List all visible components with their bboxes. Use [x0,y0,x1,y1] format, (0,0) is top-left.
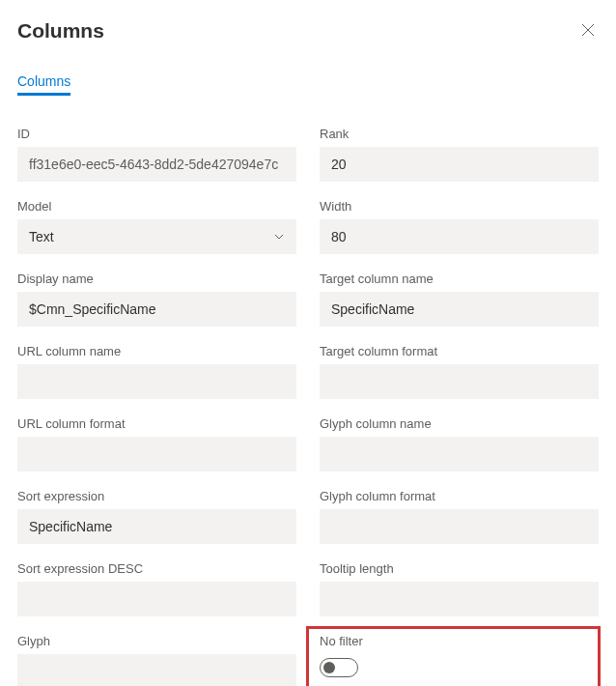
target-column-format-field[interactable] [320,364,599,399]
glyph-column-name-field[interactable] [320,437,599,472]
chevron-down-icon [273,231,285,243]
id-label: ID [17,127,296,141]
sort-expression-desc-label: Sort expression DESC [17,561,296,576]
target-column-format-label: Target column format [320,344,599,358]
tooltip-length-field[interactable] [320,582,599,616]
url-column-name-label: URL column name [17,344,296,358]
model-label: Model [17,199,296,214]
tab-columns[interactable]: Columns [17,73,70,96]
url-column-format-label: URL column format [17,416,296,431]
glyph-column-format-field[interactable] [320,509,599,544]
model-select[interactable]: Text [17,219,296,254]
glyph-field[interactable] [17,654,296,686]
sort-expression-desc-field[interactable] [17,582,296,616]
sort-expression-field[interactable]: SpecificName [17,509,296,544]
display-name-field[interactable]: $Cmn_SpecificName [17,292,296,327]
tooltip-length-label: Tooltip length [320,561,599,576]
sort-expression-label: Sort expression [17,489,296,503]
tabs: Columns [17,72,599,96]
target-column-name-field[interactable]: SpecificName [320,292,599,327]
close-icon [581,23,595,37]
glyph-column-format-label: Glyph column format [320,489,599,503]
target-column-name-label: Target column name [320,272,599,286]
url-column-format-field[interactable] [17,437,296,472]
url-column-name-field[interactable] [17,364,296,399]
no-filter-toggle[interactable] [320,658,358,677]
rank-label: Rank [320,127,599,141]
id-field: ff31e6e0-eec5-4643-8dd2-5de427094e7c [17,147,296,182]
glyph-label: Glyph [17,634,296,648]
toggle-thumb [323,662,335,673]
model-value: Text [29,229,273,244]
width-label: Width [320,199,599,214]
display-name-label: Display name [17,272,296,286]
rank-field[interactable]: 20 [320,147,599,182]
width-field[interactable]: 80 [320,219,599,254]
close-button[interactable] [577,19,599,43]
glyph-column-name-label: Glyph column name [320,416,599,431]
page-title: Columns [17,19,104,43]
